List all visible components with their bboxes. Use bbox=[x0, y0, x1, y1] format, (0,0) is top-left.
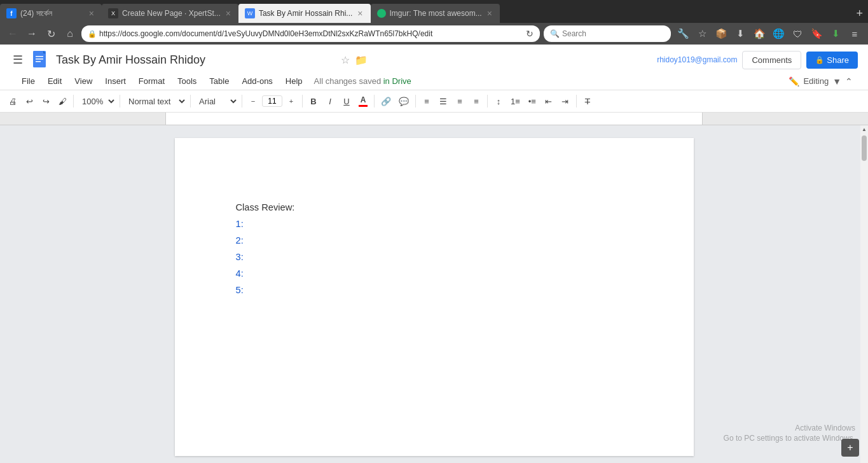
folder-button[interactable]: 📁 bbox=[355, 54, 368, 66]
tab-gdoc-close[interactable]: × bbox=[356, 8, 364, 18]
editing-mode: ✏️ Editing ▼ ⌃ bbox=[789, 76, 858, 86]
home-button[interactable]: ⌂ bbox=[62, 26, 78, 41]
font-size-input[interactable] bbox=[262, 95, 282, 107]
menu-icon[interactable]: ≡ bbox=[846, 25, 863, 42]
indent-decrease-button[interactable]: ⇤ bbox=[541, 93, 556, 109]
item-5[interactable]: 5: bbox=[236, 282, 633, 298]
address-input[interactable] bbox=[99, 29, 523, 38]
class-review-heading[interactable]: Class Review: bbox=[236, 199, 633, 216]
house-icon[interactable]: 🏠 bbox=[751, 25, 768, 42]
red-bookmark-icon[interactable]: 🔖 bbox=[808, 25, 825, 42]
font-size-decrease-button[interactable]: − bbox=[245, 93, 261, 109]
search-icon: 🔍 bbox=[550, 29, 560, 38]
align-justify-button[interactable]: ≡ bbox=[469, 93, 484, 109]
share-button[interactable]: 🔒 Share bbox=[806, 52, 858, 69]
zoom-select[interactable]: 100% bbox=[77, 95, 116, 108]
editing-label: Editing bbox=[803, 76, 829, 86]
shield-icon[interactable]: 🛡 bbox=[789, 25, 806, 42]
insert-link-button[interactable]: 🔗 bbox=[378, 93, 394, 109]
scroll-up-button[interactable]: ▲ bbox=[860, 125, 868, 133]
item-4[interactable]: 4: bbox=[236, 265, 633, 282]
menu-view[interactable]: View bbox=[68, 74, 99, 88]
italic-button[interactable]: I bbox=[322, 93, 338, 109]
scroll-thumb[interactable] bbox=[862, 135, 867, 161]
reload-button[interactable]: ↻ bbox=[43, 26, 59, 41]
search-input[interactable] bbox=[562, 29, 665, 38]
align-left-button[interactable]: ≡ bbox=[419, 93, 434, 109]
green-arrow-icon[interactable]: ⬇ bbox=[827, 25, 844, 42]
redo-button[interactable]: ↪ bbox=[38, 93, 53, 109]
bookmark-star-icon[interactable]: ☆ bbox=[694, 25, 710, 42]
download-icon[interactable]: ⬇ bbox=[732, 25, 748, 42]
menu-table[interactable]: Table bbox=[203, 74, 235, 88]
menu-edit[interactable]: Edit bbox=[41, 74, 68, 88]
search-bar: 🔍 bbox=[544, 25, 671, 42]
bold-button[interactable]: B bbox=[306, 93, 321, 109]
paragraph-style-select[interactable]: Normal text bbox=[123, 95, 187, 108]
paint-format-button[interactable]: 🖌 bbox=[55, 93, 70, 109]
menu-help[interactable]: Help bbox=[279, 74, 309, 88]
undo-button[interactable]: ↩ bbox=[22, 93, 37, 109]
doc-title[interactable]: Task By Amir Hossain Rhidoy bbox=[56, 53, 336, 67]
tab-imgur-close[interactable]: × bbox=[486, 8, 493, 18]
item-3[interactable]: 3: bbox=[236, 249, 633, 265]
tab-imgur[interactable]: Imgur: The most awesom... × bbox=[371, 4, 500, 23]
editing-dropdown-button[interactable]: ▼ bbox=[832, 76, 841, 86]
menu-bar: File Edit View Insert Format Tools Table… bbox=[10, 73, 417, 90]
divider-9 bbox=[576, 95, 577, 107]
new-tab-button[interactable]: + bbox=[851, 7, 868, 20]
menu-tools[interactable]: Tools bbox=[171, 74, 203, 88]
menu-insert[interactable]: Insert bbox=[99, 74, 132, 88]
star-button[interactable]: ☆ bbox=[341, 54, 350, 66]
ruler-inner bbox=[165, 113, 703, 125]
activate-windows-line1: Activate Windows bbox=[724, 424, 855, 432]
doc-page[interactable]: Class Review: 1: 2: 3: 4: 5: bbox=[175, 138, 694, 456]
insert-comment-button[interactable]: 💬 bbox=[396, 93, 412, 109]
tab-xpert[interactable]: X Create New Page · XpertSt... × bbox=[102, 4, 238, 23]
tab-facebook-close[interactable]: × bbox=[88, 8, 95, 18]
item-2[interactable]: 2: bbox=[236, 232, 633, 249]
browser-toolbar-icons: 🔧 ☆ 📦 ⬇ 🏠 🌐 🛡 🔖 ⬇ ≡ bbox=[675, 25, 863, 42]
print-button[interactable]: 🖨 bbox=[5, 93, 20, 109]
divider-4 bbox=[242, 95, 242, 107]
clear-formatting-button[interactable]: T̶ bbox=[580, 93, 595, 109]
reload-icon[interactable]: ↻ bbox=[526, 29, 534, 39]
comments-button[interactable]: Comments bbox=[742, 51, 801, 69]
menu-format[interactable]: Format bbox=[132, 74, 171, 88]
extensions-icon[interactable]: 📦 bbox=[713, 25, 729, 42]
doc-header: ☰ Task By Amir Hossain Rhidoy ☆ 📁 rhidoy… bbox=[0, 45, 868, 90]
divider-1 bbox=[73, 95, 74, 107]
item-1[interactable]: 1: bbox=[236, 216, 633, 232]
text-color-button[interactable]: A bbox=[355, 93, 371, 109]
indent-increase-button[interactable]: ⇥ bbox=[558, 93, 573, 109]
align-right-button[interactable]: ≡ bbox=[452, 93, 467, 109]
underline-button[interactable]: U bbox=[339, 93, 354, 109]
tab-gdoc[interactable]: W Task By Amir Hossain Rhi... × bbox=[238, 4, 371, 23]
divider-6 bbox=[374, 95, 375, 107]
globe-icon[interactable]: 🌐 bbox=[770, 25, 787, 42]
divider-3 bbox=[190, 95, 191, 107]
forward-button[interactable]: → bbox=[24, 26, 39, 41]
svg-rect-3 bbox=[36, 59, 43, 60]
font-size-increase-button[interactable]: + bbox=[284, 93, 299, 109]
tab-xpert-close[interactable]: × bbox=[224, 8, 232, 18]
line-spacing-button[interactable]: ↕ bbox=[491, 93, 506, 109]
menu-file[interactable]: File bbox=[15, 74, 41, 88]
tab-facebook[interactable]: f (24) সার্কেল × bbox=[0, 4, 102, 23]
back-button[interactable]: ← bbox=[5, 26, 20, 41]
sidebar-menu-button[interactable]: ☰ bbox=[10, 50, 25, 69]
numbered-list-button[interactable]: 1≡ bbox=[507, 93, 523, 109]
account-email[interactable]: rhidoy1019@gmail.com bbox=[657, 55, 737, 64]
align-center-button[interactable]: ☰ bbox=[436, 93, 451, 109]
menu-addons[interactable]: Add-ons bbox=[235, 74, 279, 88]
bullet-list-button[interactable]: •≡ bbox=[525, 93, 540, 109]
vertical-scrollbar[interactable]: ▲ bbox=[860, 125, 868, 463]
floating-action-button[interactable]: + bbox=[841, 439, 859, 457]
font-select[interactable]: Arial bbox=[194, 95, 238, 108]
ruler bbox=[0, 113, 868, 125]
gdoc-favicon: W bbox=[245, 8, 255, 18]
doc-content[interactable]: Class Review: 1: 2: 3: 4: 5: bbox=[236, 199, 633, 298]
toolbar-collapse-button[interactable]: ⌃ bbox=[845, 76, 853, 86]
xpert-favicon: X bbox=[108, 8, 118, 18]
wrench-icon[interactable]: 🔧 bbox=[675, 25, 691, 42]
